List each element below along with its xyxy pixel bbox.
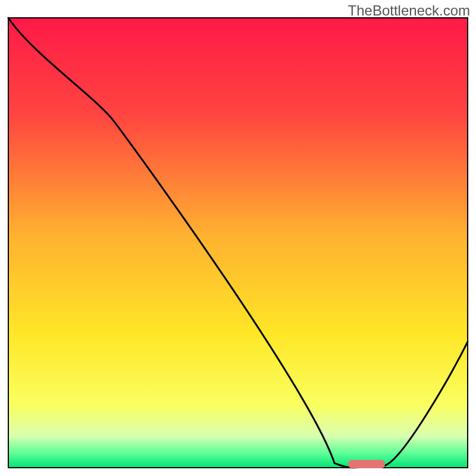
bottleneck-chart: TheBottleneck.com — [0, 0, 476, 476]
watermark-label: TheBottleneck.com — [348, 2, 470, 19]
chart-svg — [0, 0, 476, 476]
optimal-range-marker — [348, 460, 385, 468]
